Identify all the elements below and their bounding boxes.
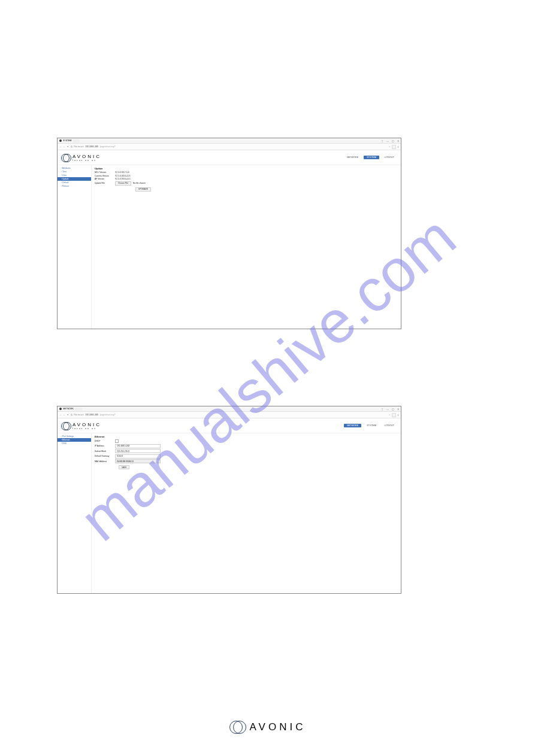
page-title: Ethernet xyxy=(95,435,398,438)
url-host[interactable]: 192.168.5.163 xyxy=(86,414,98,416)
url-path[interactable]: /pages/main.asp? xyxy=(100,414,116,416)
choose-file-button[interactable]: Choose File xyxy=(115,181,131,186)
new-tab[interactable] xyxy=(72,139,80,142)
app-header: AVONIC focus on av NETWORK SYSTEM LOGOUT xyxy=(58,150,401,165)
settings-icon[interactable]: ⋮ xyxy=(381,139,383,142)
url-host[interactable]: 192.168.5.163 xyxy=(86,145,98,148)
address-bar: ← → ⟳ ⓘ Not secure 192.168.5.163 /pages/… xyxy=(58,412,401,418)
footer-logo-text: AVONIC xyxy=(250,721,306,733)
logo-icon xyxy=(61,153,70,162)
minimize-button[interactable]: — xyxy=(386,139,389,142)
tab-system[interactable]: SYSTEM xyxy=(364,424,379,427)
address-bar: ← → ⟳ ⓘ Not secure 192.168.5.163 /pages/… xyxy=(58,144,401,150)
maximize-button[interactable]: ▢ xyxy=(392,139,394,142)
security-icon[interactable]: ⓘ xyxy=(71,145,72,148)
gateway-input[interactable]: 0.0.0.0 xyxy=(115,454,161,459)
row-af-version: AF VersionV2.5.0 2016-4-15 xyxy=(95,178,398,180)
back-button[interactable]: ← xyxy=(59,414,61,416)
row-gateway: Default Gateway0.0.0.0 xyxy=(95,454,398,459)
tab-title[interactable]: SYSTEM xyxy=(63,139,71,142)
window-controls: ⋮ — ▢ ✕ xyxy=(381,408,399,411)
maximize-button[interactable]: ▢ xyxy=(392,408,394,411)
close-button[interactable]: ✕ xyxy=(397,408,399,411)
reload-button[interactable]: ⟳ xyxy=(67,414,69,416)
extension-icon[interactable] xyxy=(392,413,396,417)
upgrade-button[interactable]: UPGRADE xyxy=(135,187,151,192)
row-subnet: Subnet Mask255.255.255.0 xyxy=(95,449,398,453)
logo-icon xyxy=(61,421,70,430)
tab-favicon xyxy=(59,408,62,410)
star-icon[interactable]: ☆ xyxy=(389,145,391,148)
content-pane: Ethernet DHCP IP Address192.168.5.163 Su… xyxy=(92,433,401,594)
app-body: › Attributes › Time › User › Update › De… xyxy=(58,165,401,329)
forward-button[interactable]: → xyxy=(63,414,65,416)
row-ip: IP Address192.168.5.163 xyxy=(95,444,398,448)
browser-window-system: SYSTEM ⋮ — ▢ ✕ ← → ⟳ ⓘ Not secure 192.16… xyxy=(57,138,401,329)
header-tabs: NETWORK SYSTEM LOGOUT xyxy=(344,424,397,427)
menu-icon[interactable]: ⋮ xyxy=(397,414,399,416)
minimize-button[interactable]: — xyxy=(386,408,389,411)
browser-window-network: NETWORK ⋮ — ▢ ✕ ← → ⟳ ⓘ Not secure 192.1… xyxy=(57,406,401,594)
app-body: › Port Settings › Ethernet › DNS Etherne… xyxy=(58,433,401,594)
row-mac: MAC AddressD4:E0:8E:93:88:24 xyxy=(95,459,398,463)
footer-logo-icon xyxy=(229,719,245,735)
tab-system[interactable]: SYSTEM xyxy=(364,156,379,159)
dhcp-checkbox[interactable] xyxy=(115,439,119,443)
sidebar-item-reboot[interactable]: › Reboot xyxy=(58,184,91,188)
security-icon[interactable]: ⓘ xyxy=(71,414,72,416)
sidebar: › Attributes › Time › User › Update › De… xyxy=(58,165,92,329)
new-tab[interactable] xyxy=(75,408,82,411)
tab-network[interactable]: NETWORK xyxy=(344,156,361,159)
save-button[interactable]: SAVE xyxy=(119,465,129,469)
sidebar-item-dns[interactable]: › DNS xyxy=(58,442,91,445)
subnet-mask-input[interactable]: 255.255.255.0 xyxy=(115,449,161,453)
row-dhcp: DHCP xyxy=(95,439,398,443)
tab-favicon xyxy=(59,139,62,142)
sidebar: › Port Settings › Ethernet › DNS xyxy=(58,433,92,594)
titlebar: NETWORK ⋮ — ▢ ✕ xyxy=(58,406,401,412)
content-pane: Update MCU VersionV2.3.0 2017-5-3 Camera… xyxy=(92,165,401,329)
logo: AVONIC focus on av xyxy=(61,153,101,162)
row-mcu-version: MCU VersionV2.3.0 2017-5-3 xyxy=(95,171,398,174)
not-secure-label: Not secure xyxy=(74,414,84,416)
ip-address-input[interactable]: 192.168.5.163 xyxy=(115,444,161,448)
url-path[interactable]: /pages/main.asp? xyxy=(100,145,116,148)
menu-icon[interactable]: ⋮ xyxy=(397,145,399,148)
tab-title[interactable]: NETWORK xyxy=(63,408,74,410)
app-header: AVONIC focus on av NETWORK SYSTEM LOGOUT xyxy=(58,418,401,433)
footer-logo: AVONIC xyxy=(229,719,306,735)
back-button[interactable]: ← xyxy=(59,145,61,148)
page-title: Update xyxy=(95,167,398,170)
titlebar: SYSTEM ⋮ — ▢ ✕ xyxy=(58,138,401,144)
not-secure-label: Not secure xyxy=(74,145,84,148)
tab-logout[interactable]: LOGOUT xyxy=(382,424,397,427)
reload-button[interactable]: ⟳ xyxy=(67,145,69,148)
window-controls: ⋮ — ▢ ✕ xyxy=(381,139,399,142)
settings-icon[interactable]: ⋮ xyxy=(381,408,383,411)
logo-text: AVONIC focus on av xyxy=(72,154,101,162)
row-camera-version: Camera VersionV2.5.0 2016-4-25 xyxy=(95,175,398,177)
mac-address-field: D4:E0:8E:93:88:24 xyxy=(115,459,161,463)
forward-button[interactable]: → xyxy=(63,145,65,148)
row-update-file: Update File Choose File No file chosen xyxy=(95,181,398,186)
header-tabs: NETWORK SYSTEM LOGOUT xyxy=(344,156,397,159)
extension-icon[interactable] xyxy=(392,145,396,149)
tab-logout[interactable]: LOGOUT xyxy=(382,156,397,159)
logo: AVONIC focus on av xyxy=(61,421,101,430)
no-file-label: No file chosen xyxy=(133,182,146,184)
star-icon[interactable]: ☆ xyxy=(389,414,391,416)
close-button[interactable]: ✕ xyxy=(397,139,399,142)
logo-text: AVONIC focus on av xyxy=(72,422,101,430)
tab-network[interactable]: NETWORK xyxy=(344,424,361,427)
